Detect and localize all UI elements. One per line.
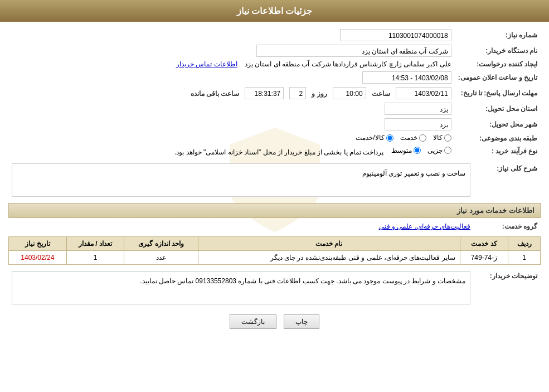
buyer-desc-box: مشخصات و شرایط در پیوست موجود می باشد. ج… <box>12 271 470 304</box>
table-row: 1 ز-74-749 سایر فعالیت‌های حرفه‌ای، علمی… <box>9 251 541 265</box>
cell-unit: عدد <box>124 251 198 265</box>
service-group-row: گروه خدمت: فعالیت‌های حرفه‌ای، علمی و فن… <box>8 221 541 232</box>
purchase-motavasset: متوسط <box>391 147 421 154</box>
contact-link[interactable]: اطلاعات تماس خریدار <box>176 60 237 68</box>
buttons-row: چاپ بازگشت <box>8 314 541 329</box>
created-by-cell: علی اکبر سلمانی زارچ کارشناس قراردادها ش… <box>8 59 455 70</box>
main-info-table: شماره نیاز: 1103001074000018 نام دستگاه … <box>8 27 541 157</box>
description-box: ساخت و نصب و تعمیر توری آلومینیوم <box>12 163 470 197</box>
service-group-value[interactable]: فعالیت‌های حرفه‌ای، علمی و فنی <box>379 222 470 230</box>
category-option-kala-khedmat: کالا/خدمت <box>356 134 393 142</box>
buyer-desc-value: مشخصات و شرایط در پیوست موجود می باشد. ج… <box>140 277 465 285</box>
category-option-kala: کالا <box>433 134 451 142</box>
province-label: استان محل تحویل: <box>455 101 541 117</box>
services-table-body: 1 ز-74-749 سایر فعالیت‌های حرفه‌ای، علمی… <box>9 251 541 265</box>
inner-content: شماره نیاز: 1103001074000018 نام دستگاه … <box>8 27 541 329</box>
service-group-table: گروه خدمت: فعالیت‌های حرفه‌ای، علمی و فن… <box>8 221 541 232</box>
province-value: یزد <box>385 103 451 115</box>
header-title: جزئیات اطلاعات نیاز <box>237 6 313 16</box>
service-group-label: گروه خدمت: <box>474 221 541 232</box>
description-table: شرح کلی نیاز: ساخت و نصب و تعمیر توری آل… <box>8 162 541 199</box>
deadline-row: مهلت ارسال پاسخ: تا تاریخ: 1403/02/11 سا… <box>8 85 541 101</box>
announce-row: تاریخ و ساعت اعلان عمومی: 1403/02/08 - 1… <box>8 70 541 85</box>
request-number-value: 1103001074000018 <box>340 29 451 41</box>
cell-service-code: ز-74-749 <box>460 251 508 265</box>
buyer-desc-row: توضیحات خریدار: مشخصات و شرایط در پیوست … <box>8 269 541 306</box>
purchase-note: پرداخت تمام یا بخشی از مبلغ خریدار از مح… <box>174 148 383 156</box>
announce-label: تاریخ و ساعت اعلان عمومی: <box>455 70 541 85</box>
radio-motavasset[interactable] <box>414 147 421 154</box>
province-cell: یزد <box>8 101 455 117</box>
content-area: AnaTender شماره نیاز: 1103001074000018 ن… <box>0 27 549 329</box>
purchase-type-radio-group: جزیی متوسط <box>391 147 451 154</box>
province-row: استان محل تحویل: یزد <box>8 101 541 117</box>
radio-jozi[interactable] <box>444 147 451 154</box>
buyer-org-value: شرکت آب منطقه ای استان یزد <box>256 45 451 57</box>
page-header: جزئیات اطلاعات نیاز <box>0 0 549 22</box>
cell-row-num: 1 <box>508 251 541 265</box>
cell-quantity: 1 <box>66 251 124 265</box>
buyer-org-cell: شرکت آب منطقه ای استان یزد <box>8 43 455 59</box>
deadline-time-label: ساعت <box>372 90 390 98</box>
category-option-khedmat: خدمت <box>400 134 426 142</box>
radio-khedmat[interactable] <box>419 134 426 142</box>
relative-wrapper: AnaTender شماره نیاز: 1103001074000018 ن… <box>8 27 541 329</box>
services-table: ردیف کد خدمت نام خدمت واحد اندازه گیری ت… <box>8 236 541 265</box>
print-button[interactable]: چاپ <box>284 314 319 329</box>
services-table-head: ردیف کد خدمت نام خدمت واحد اندازه گیری ت… <box>9 237 541 251</box>
description-row: شرح کلی نیاز: ساخت و نصب و تعمیر توری آل… <box>8 162 541 199</box>
request-number-cell: 1103001074000018 <box>8 27 455 43</box>
deadline-time-value: 10:00 <box>333 87 366 99</box>
request-number-label: شماره نیاز: <box>455 27 541 43</box>
category-kala-label: کالا <box>433 134 443 142</box>
category-label: طبقه بندی موضوعی: <box>455 132 541 145</box>
request-number-row: شماره نیاز: 1103001074000018 <box>8 27 541 43</box>
category-radio-group: کالا خدمت کالا/خدمت <box>356 134 451 142</box>
buyer-org-label: نام دستگاه خریدار: <box>455 43 541 59</box>
created-by-value: علی اکبر سلمانی زارچ کارشناس قراردادها ش… <box>245 60 451 68</box>
radio-kala-khedmat[interactable] <box>386 134 393 142</box>
category-khedmat-label: خدمت <box>400 134 417 142</box>
purchase-jozi-label: جزیی <box>427 147 443 154</box>
services-section-title: اطلاعات خدمات مورد نیاز <box>457 206 535 215</box>
city-label: شهر محل تحویل: <box>455 117 541 132</box>
city-value: یزد <box>385 118 451 130</box>
purchase-motavasset-label: متوسط <box>391 147 412 154</box>
created-by-label: ایجاد کننده درخواست: <box>455 59 541 70</box>
purchase-jozi: جزیی <box>427 147 451 154</box>
col-quantity: تعداد / مقدار <box>66 237 124 251</box>
category-cell: کالا خدمت کالا/خدمت <box>8 132 455 145</box>
radio-kala[interactable] <box>444 134 451 142</box>
category-row: طبقه بندی موضوعی: کالا خدمت <box>8 132 541 145</box>
description-cell: ساخت و نصب و تعمیر توری آلومینیوم <box>8 162 474 199</box>
deadline-remain-value: 18:31:37 <box>245 87 284 99</box>
city-cell: یزد <box>8 117 455 132</box>
purchase-type-row: نوع فرآیند خرید : جزیی متوسط <box>8 145 541 158</box>
description-value: ساخت و نصب و تعمیر توری آلومینیوم <box>362 170 465 177</box>
back-button[interactable]: بازگشت <box>230 314 276 329</box>
deadline-days-value: 2 <box>289 87 306 99</box>
cell-date: 1403/02/24 <box>9 251 67 265</box>
col-service-code: کد خدمت <box>460 237 508 251</box>
services-section-header: اطلاعات خدمات مورد نیاز <box>8 203 541 218</box>
announce-cell: 1403/02/08 - 14:53 <box>8 70 455 85</box>
col-row-num: ردیف <box>508 237 541 251</box>
deadline-days-label: روز و <box>312 90 327 98</box>
buyer-desc-table: توضیحات خریدار: مشخصات و شرایط در پیوست … <box>8 269 541 306</box>
purchase-type-cell: جزیی متوسط پرداخت تمام یا بخشی از مبلغ خ… <box>8 145 455 158</box>
deadline-date: 1403/02/11 <box>396 87 451 99</box>
page-wrapper: جزئیات اطلاعات نیاز AnaTender شماره نیاز… <box>0 0 549 392</box>
cell-service-name: سایر فعالیت‌های حرفه‌ای، علمی و فنی طبقه… <box>198 251 460 265</box>
announce-value: 1403/02/08 - 14:53 <box>362 71 451 84</box>
services-table-header-row: ردیف کد خدمت نام خدمت واحد اندازه گیری ت… <box>9 237 541 251</box>
buyer-desc-cell: مشخصات و شرایط در پیوست موجود می باشد. ج… <box>8 269 474 306</box>
purchase-type-label: نوع فرآیند خرید : <box>455 145 541 158</box>
buyer-org-row: نام دستگاه خریدار: شرکت آب منطقه ای استا… <box>8 43 541 59</box>
deadline-cell: 1403/02/11 ساعت 10:00 روز و 2 18:31:37 <box>8 85 455 101</box>
col-service-name: نام خدمت <box>198 237 460 251</box>
buyer-desc-label: توضیحات خریدار: <box>474 269 541 306</box>
created-by-row: ایجاد کننده درخواست: علی اکبر سلمانی زار… <box>8 59 541 70</box>
deadline-label: مهلت ارسال پاسخ: تا تاریخ: <box>455 85 541 101</box>
city-row: شهر محل تحویل: یزد <box>8 117 541 132</box>
category-kala-khedmat-label: کالا/خدمت <box>356 134 384 142</box>
